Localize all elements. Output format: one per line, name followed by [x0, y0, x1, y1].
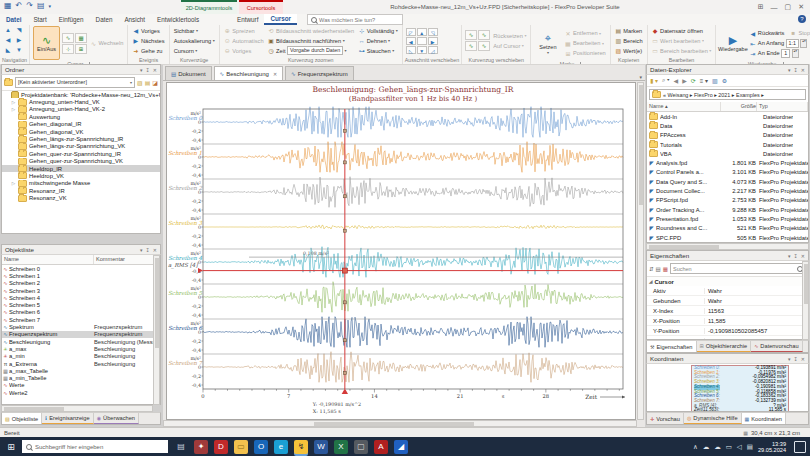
tray-chevron-icon[interactable]: ∧: [693, 443, 698, 451]
tree-item-anregung-unten-hand-vk[interactable]: ▷Anregung_unten-Hand_VK: [2, 98, 160, 105]
ribbon-options-button[interactable]: ⊞: [758, 3, 764, 11]
eigenschaften-tab-eigenschaften[interactable]: ⚒Eigenschaften: [647, 341, 697, 352]
settings-icon[interactable]: ⚙: [722, 77, 727, 84]
close-icon[interactable]: ✕: [801, 253, 805, 259]
property-row-x-index[interactable]: X-Index11563: [647, 306, 808, 316]
voriges-button[interactable]: ◀Voriges: [131, 26, 165, 35]
toggle-icon[interactable]: ∿: [478, 30, 490, 40]
objektliste-tab-objektliste[interactable]: ▨Objektliste: [2, 413, 42, 424]
pan-arrow-button[interactable]: ◺: [406, 46, 416, 54]
property-row-aktiv[interactable]: AktivWahr: [647, 286, 808, 296]
edge-icon[interactable]: e: [274, 440, 288, 454]
nav-arrow-button[interactable]: ▲: [3, 26, 13, 35]
an-anfang-value[interactable]: 1:1: [786, 39, 799, 48]
vollstandig-button[interactable]: ⊹Vollständig▾: [357, 26, 399, 35]
file-row[interactable]: ◤Order Tracking A...9.288 KBFlexPro Proj…: [647, 205, 808, 214]
tree-item-gehen-langs-zur-spannrichtung-vk[interactable]: Gehen_längs-zur-Spannrichtung_VK: [2, 143, 160, 150]
search-menu-icon[interactable]: ⌕ ▾: [662, 77, 670, 84]
nav-arrow-button[interactable]: ◣: [3, 46, 13, 55]
dehnen-button[interactable]: ↔Dehnen▾: [357, 36, 399, 45]
nav-arrow-button[interactable]: ◥: [14, 26, 24, 35]
objektliste-row[interactable]: ∿Schreiben 5: [2, 301, 160, 308]
property-row-x-position[interactable]: X-Position11,585: [647, 316, 808, 326]
folder-action-icon[interactable]: ▤: [145, 79, 151, 86]
stepper-icon[interactable]: ▴▾: [792, 49, 799, 58]
objektliste-row[interactable]: πa_ExtremaBeschleunigung: [2, 360, 160, 367]
expander-icon[interactable]: ▷: [11, 100, 16, 105]
column-header-name[interactable]: Name: [2, 255, 94, 264]
cursor-marker[interactable]: [343, 371, 346, 374]
property-row-gebunden[interactable]: GebundenWahr: [647, 296, 808, 306]
tree-item-gehen-langs-zur-spannrichtung-ir[interactable]: Gehen_längs-zur-Spannrichtung_IR: [2, 135, 160, 142]
redo-icon[interactable]: ↷: [26, 1, 33, 10]
tree-item-mitschwingende-masse[interactable]: ▷mitschwingende Masse: [2, 180, 160, 187]
ribbon-tab-datei[interactable]: Datei: [0, 14, 27, 25]
task-view-icon[interactable]: ▤: [174, 440, 188, 454]
tree-item-gehen-diagonal-vk[interactable]: Gehen_diagonal_VK: [2, 128, 160, 135]
cursor-marker[interactable]: [343, 229, 346, 232]
nav-arrow-button[interactable]: ▼: [14, 46, 24, 55]
zeit-value[interactable]: Vorgabe durch Daten: [287, 46, 343, 55]
onedrive-icon[interactable]: ☁: [703, 443, 710, 451]
objektliste-row[interactable]: ∿FrequenzspektrumFrequenzspektrum: [2, 331, 160, 338]
pin-icon[interactable]: ↧: [146, 247, 150, 253]
trace-label[interactable]: Schreiben 4: [168, 255, 203, 261]
ribbon-tab-daten[interactable]: Daten: [90, 14, 119, 25]
stauchen-button[interactable]: ⊶Stauchen▾: [357, 46, 399, 55]
bildausschnitt-nachfuhren-button[interactable]: ▣Bildausschnitt nachführen▾: [267, 36, 356, 45]
cloud-icon[interactable]: ☁: [714, 443, 721, 451]
chart-vertical-scrollbar[interactable]: [637, 82, 644, 420]
cursor-marker[interactable]: [343, 129, 346, 132]
pan-arrow-button[interactable]: ▲: [417, 28, 427, 36]
objektliste-row[interactable]: ∿Schreiben 3: [2, 287, 160, 294]
pan-arrow-button[interactable]: ◀: [406, 37, 416, 45]
flexpro-icon[interactable]: ↯: [294, 440, 308, 454]
koordinaten-tab-vorschau[interactable]: ✛Vorschau: [647, 413, 684, 424]
cursor-marker[interactable]: [343, 161, 346, 164]
pin-icon[interactable]: ↧: [794, 67, 798, 73]
start-button[interactable]: ⊞: [0, 437, 22, 456]
objektliste-row[interactable]: ▦a_max_Tabelle: [2, 367, 160, 374]
trace-label[interactable]: Schreiben 2: [168, 185, 203, 191]
panel-menu-icon[interactable]: ▾: [788, 356, 791, 362]
objektliste-row[interactable]: ∿Schreiben 1: [2, 272, 160, 279]
pan-arrow-button[interactable]: ▼: [417, 46, 427, 54]
tree-item-heeldrop-ir[interactable]: Heeldrop_IR: [2, 165, 160, 172]
tree-item-anregung-unten-hand-vk-2[interactable]: ▷Anregung_unten-Hand_VK-2: [2, 106, 160, 113]
objektliste-row[interactable]: ∿Schreiben 4: [2, 294, 160, 301]
display-icon[interactable]: ▭: [726, 443, 732, 451]
panel-menu-icon[interactable]: ▾: [140, 247, 143, 253]
excel-icon[interactable]: X: [334, 440, 348, 454]
koordinaten-tab-dynamische-hilfe[interactable]: ◎Dynamische Hilfe: [684, 413, 742, 424]
nachstes-button[interactable]: ▶Nächstes: [131, 36, 165, 45]
sort-az-icon[interactable]: ⇵: [649, 266, 654, 272]
eigenschaften-tab-datenvorschau[interactable]: ∿Datenvorschau: [751, 341, 802, 352]
trace-label[interactable]: Schreiben 6: [168, 325, 203, 331]
contextual-tab-2d-diagrammtools[interactable]: 2D-Diagrammtools: [181, 0, 237, 14]
eigenschaften-tab-objekthierarchie[interactable]: ⊞Objekthierarchie: [697, 341, 752, 352]
objektliste-row[interactable]: ∿BeschleunigungBeschleunigung (Messschri…: [2, 338, 160, 345]
objektliste-row[interactable]: ✳a_maxBeschleunigung: [2, 345, 160, 352]
zeit-button[interactable]: ◷ZeitVorgabe durch Daten▾: [267, 46, 356, 55]
objektliste-row[interactable]: ∿Werte2: [2, 389, 160, 396]
ribbon-tab-einfugen[interactable]: Einfügen: [53, 14, 90, 25]
objektliste-tab-uberwachen[interactable]: ◉Überwachen: [94, 413, 139, 424]
toggle-icon[interactable]: ∿: [478, 41, 490, 51]
expander-icon[interactable]: ▷: [11, 181, 16, 186]
tree-item-gehen-diagonal-ir[interactable]: Gehen_diagonal_IR: [2, 121, 160, 128]
objektliste-row[interactable]: ✳a_minBeschleunigung: [2, 353, 160, 360]
save-icon[interactable]: ▦: [4, 1, 12, 10]
file-row[interactable]: FPAccessDateiordner: [647, 131, 808, 140]
app-blue-icon[interactable]: ◢: [394, 440, 408, 454]
trace-label[interactable]: Schreiben 1: [168, 150, 203, 156]
toggle-icon[interactable]: ∿: [465, 41, 477, 51]
tree-item-projektdatenbank-rohdecke-masse-neu-12m-[interactable]: Projektdatenbank: 'Rohdecke+Masse-neu_12…: [2, 91, 160, 98]
file-row[interactable]: ◤Roundness and C...521 KBFlexPro Projekt…: [647, 224, 808, 233]
cursor-active-marker[interactable]: [342, 268, 347, 273]
folder-action-icon[interactable]: ◪: [152, 79, 158, 86]
word-icon[interactable]: W: [314, 440, 328, 454]
volume-icon[interactable]: ◁: [737, 443, 742, 451]
pan-arrow-button[interactable]: ◸: [406, 28, 416, 36]
file-row[interactable]: TutorialsDateiordner: [647, 140, 808, 149]
refresh-button[interactable]: ⟳: [691, 77, 696, 84]
